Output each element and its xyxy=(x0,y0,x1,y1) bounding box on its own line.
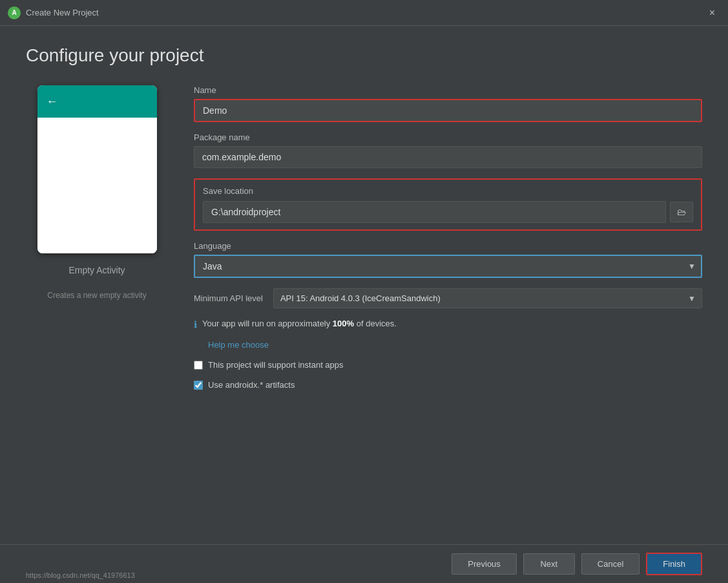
main-area: ← Empty Activity Creates a new empty act… xyxy=(26,85,702,531)
help-me-choose-link[interactable]: Help me choose xyxy=(208,340,702,350)
api-level-row: Minimum API level API 15: Android 4.0.3 … xyxy=(194,288,702,308)
info-icon: ℹ xyxy=(194,319,197,330)
info-row: ℹ Your app will run on approximately 100… xyxy=(194,319,702,330)
next-button[interactable]: Next xyxy=(523,553,575,575)
window-title: Create New Project xyxy=(26,8,704,17)
api-select-wrapper: API 15: Android 4.0.3 (IceCreamSandwich)… xyxy=(273,288,702,308)
language-select-wrapper: Java Kotlin ▼ xyxy=(194,255,702,278)
androidx-checkbox-row: Use androidx.* artifacts xyxy=(194,380,702,390)
page-title: Configure your project xyxy=(26,45,702,66)
cancel-button[interactable]: Cancel xyxy=(581,553,640,575)
phone-body xyxy=(37,118,157,253)
previous-button[interactable]: Previous xyxy=(452,553,517,575)
info-percent: 100% xyxy=(333,319,354,328)
save-location-input[interactable] xyxy=(203,201,666,223)
activity-description: Creates a new empty activity xyxy=(47,291,146,300)
language-select[interactable]: Java Kotlin xyxy=(194,255,702,278)
right-panel: Name Package name Save location 🗁 xyxy=(194,85,702,531)
name-field-group: Name xyxy=(194,85,702,122)
main-window: A Create New Project × Configure your pr… xyxy=(0,0,728,583)
info-text-before: Your app will run on approximately xyxy=(202,319,333,328)
package-label: Package name xyxy=(194,132,702,142)
save-location-group: Save location 🗁 xyxy=(194,178,702,231)
close-button[interactable]: × xyxy=(704,5,720,21)
androidx-label: Use androidx.* artifacts xyxy=(208,380,295,390)
activity-label: Empty Activity xyxy=(68,265,125,275)
title-bar: A Create New Project × xyxy=(0,0,728,26)
phone-preview: ← xyxy=(37,85,157,253)
instant-apps-checkbox-row: This project will support instant apps xyxy=(194,360,702,370)
info-text: Your app will run on approximately 100% … xyxy=(202,319,397,328)
package-input[interactable] xyxy=(194,146,702,168)
finish-button[interactable]: Finish xyxy=(646,553,702,575)
instant-apps-label: This project will support instant apps xyxy=(208,360,344,370)
info-text-after: of devices. xyxy=(354,319,397,328)
save-location-label: Save location xyxy=(203,186,693,196)
language-field-group: Language Java Kotlin ▼ xyxy=(194,241,702,278)
browse-folder-button[interactable]: 🗁 xyxy=(670,202,693,222)
min-api-label: Minimum API level xyxy=(194,293,263,303)
androidx-checkbox[interactable] xyxy=(194,381,203,390)
language-label: Language xyxy=(194,241,702,251)
min-api-select[interactable]: API 15: Android 4.0.3 (IceCreamSandwich)… xyxy=(273,288,702,308)
save-location-row: 🗁 xyxy=(203,201,693,223)
app-icon: A xyxy=(8,6,21,19)
package-field-group: Package name xyxy=(194,132,702,168)
back-arrow-icon: ← xyxy=(47,95,58,109)
name-label: Name xyxy=(194,85,702,95)
footer: https://blog.csdn.net/qq_41976613 Previo… xyxy=(0,544,728,583)
left-panel: ← Empty Activity Creates a new empty act… xyxy=(26,85,168,531)
instant-apps-checkbox[interactable] xyxy=(194,361,203,370)
name-input[interactable] xyxy=(194,99,702,122)
content-area: Configure your project ← Empty Activity … xyxy=(0,26,728,544)
footer-url: https://blog.csdn.net/qq_41976613 xyxy=(26,571,135,579)
phone-header: ← xyxy=(37,85,157,118)
